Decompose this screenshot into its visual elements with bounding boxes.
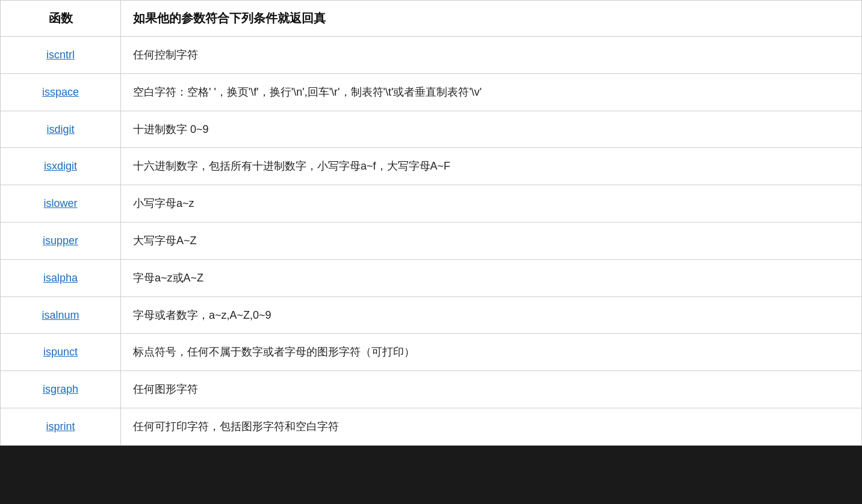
desc-cell: 字母a~z或A~Z	[121, 259, 862, 297]
func-link-isspace[interactable]: isspace	[42, 86, 79, 98]
page-wrapper: 函数 如果他的参数符合下列条件就返回真 iscntrl任何控制字符isspace…	[0, 0, 862, 446]
desc-cell: 小写字母a~z	[121, 185, 862, 223]
desc-cell: 任何图形字符	[121, 371, 862, 408]
desc-cell: 十进制数字 0~9	[121, 111, 862, 148]
table-row: isupper大写字母A~Z	[1, 222, 862, 259]
col-header-desc: 如果他的参数符合下列条件就返回真	[121, 1, 862, 37]
table-row: isalnum字母或者数字，a~z,A~Z,0~9	[1, 297, 862, 334]
func-cell: isprint	[1, 408, 121, 445]
func-cell: isgraph	[1, 371, 121, 408]
functions-table: 函数 如果他的参数符合下列条件就返回真 iscntrl任何控制字符isspace…	[0, 0, 862, 446]
func-cell: isalnum	[1, 297, 121, 334]
col-header-func: 函数	[1, 1, 121, 37]
func-link-islower[interactable]: islower	[43, 197, 77, 209]
func-link-isdigit[interactable]: isdigit	[46, 123, 74, 135]
table-row: isalpha字母a~z或A~Z	[1, 259, 862, 297]
func-cell: iscntrl	[1, 37, 121, 74]
desc-cell: 空白字符：空格' '，换页'\f'，换行'\n',回车'\r'，制表符'\t'或…	[121, 73, 862, 111]
func-cell: islower	[1, 185, 121, 223]
func-cell: isspace	[1, 73, 121, 111]
func-link-isupper[interactable]: isupper	[43, 235, 78, 247]
func-cell: isupper	[1, 222, 121, 259]
desc-cell: 字母或者数字，a~z,A~Z,0~9	[121, 297, 862, 334]
func-link-isprint[interactable]: isprint	[46, 420, 75, 432]
desc-cell: 十六进制数字，包括所有十进制数字，小写字母a~f，大写字母A~F	[121, 148, 862, 185]
table-row: isgraph任何图形字符	[1, 371, 862, 408]
table-row: isprint任何可打印字符，包括图形字符和空白字符	[1, 408, 862, 445]
desc-cell: 任何控制字符	[121, 37, 862, 74]
desc-cell: 标点符号，任何不属于数字或者字母的图形字符（可打印）	[121, 334, 862, 371]
desc-cell: 大写字母A~Z	[121, 222, 862, 259]
func-cell: isalpha	[1, 259, 121, 297]
func-link-isalnum[interactable]: isalnum	[42, 309, 79, 321]
func-link-ispunct[interactable]: ispunct	[43, 346, 78, 358]
table-row: iscntrl任何控制字符	[1, 37, 862, 74]
table-row: isspace空白字符：空格' '，换页'\f'，换行'\n',回车'\r'，制…	[1, 73, 862, 111]
func-link-isgraph[interactable]: isgraph	[43, 383, 78, 395]
func-link-iscntrl[interactable]: iscntrl	[46, 49, 75, 61]
func-cell: isxdigit	[1, 148, 121, 185]
func-cell: isdigit	[1, 111, 121, 148]
table-row: isxdigit十六进制数字，包括所有十进制数字，小写字母a~f，大写字母A~F	[1, 148, 862, 185]
desc-cell: 任何可打印字符，包括图形字符和空白字符	[121, 408, 862, 445]
table-row: islower小写字母a~z	[1, 185, 862, 223]
table-row: isdigit十进制数字 0~9	[1, 111, 862, 148]
func-link-isxdigit[interactable]: isxdigit	[44, 160, 77, 172]
func-cell: ispunct	[1, 334, 121, 371]
func-link-isalpha[interactable]: isalpha	[43, 272, 78, 284]
table-row: ispunct标点符号，任何不属于数字或者字母的图形字符（可打印）	[1, 334, 862, 371]
